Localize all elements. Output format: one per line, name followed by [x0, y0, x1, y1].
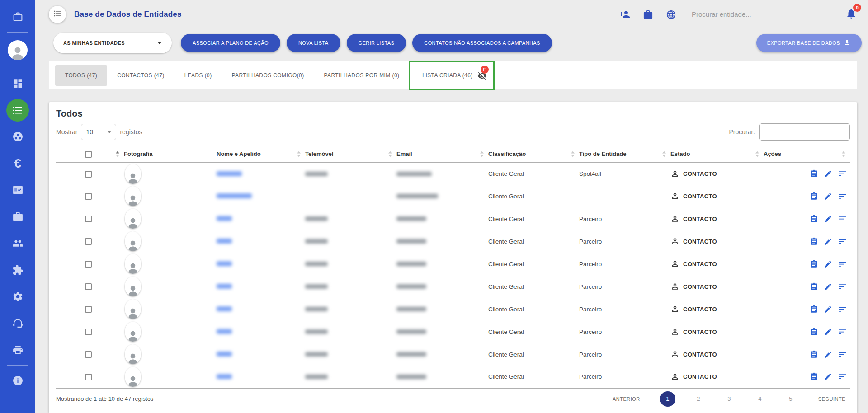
details-clipboard-icon[interactable]	[810, 237, 818, 246]
contatos-n-o-associados-a-campanhas-button[interactable]: CONTATOS NÃO ASSOCIADOS A CAMPANHAS	[412, 34, 552, 52]
col-header-nome-e-apelido[interactable]: Nome e Apelido	[217, 146, 305, 162]
tab-leads-0-[interactable]: LEADS (0)	[175, 65, 222, 86]
details-clipboard-icon[interactable]	[810, 215, 818, 223]
tab-partilhados-comigo-0-[interactable]: PARTILHADOS COMIGO(0)	[222, 65, 314, 86]
sidebar-item-group-work[interactable]	[0, 123, 35, 150]
briefcase-icon[interactable]	[643, 9, 653, 20]
redacted-name-link[interactable]	[217, 329, 232, 334]
page-size-select[interactable]: 10	[81, 124, 116, 140]
sidebar-item-briefcase[interactable]	[0, 203, 35, 230]
sort-lines-icon[interactable]	[838, 305, 847, 314]
table-search-input[interactable]	[760, 123, 850, 141]
gerir-listas-button[interactable]: GERIR LISTAS	[347, 34, 406, 52]
sidebar-item-list-active[interactable]	[0, 97, 35, 123]
sort-lines-icon[interactable]	[838, 327, 847, 337]
details-clipboard-icon[interactable]	[810, 192, 818, 201]
redacted-name-link[interactable]	[217, 171, 242, 176]
row-checkbox[interactable]	[85, 329, 92, 335]
edit-pencil-icon[interactable]	[824, 192, 832, 201]
details-clipboard-icon[interactable]	[810, 350, 818, 359]
entity-search-input[interactable]	[690, 8, 826, 21]
sort-lines-icon[interactable]	[838, 350, 847, 359]
sort-lines-icon[interactable]	[838, 237, 847, 246]
sort-lines-icon[interactable]	[838, 169, 847, 178]
row-checkbox[interactable]	[85, 283, 92, 290]
col-header-a-es[interactable]: Ações	[764, 146, 850, 162]
sort-lines-icon[interactable]	[838, 259, 847, 269]
next-page-button[interactable]: SEGUINTE	[818, 396, 845, 402]
edit-pencil-icon[interactable]	[824, 328, 832, 336]
page-button-1[interactable]: 1	[660, 391, 675, 407]
tab-todos-47-[interactable]: TODOS (47)	[55, 65, 107, 86]
redacted-name-link[interactable]	[217, 374, 232, 379]
associar-a-plano-de-a-o-button[interactable]: ASSOCIAR A PLANO DE AÇÃO	[181, 34, 280, 52]
sort-lines-icon[interactable]	[838, 372, 847, 381]
sidebar-item-euro[interactable]: €	[0, 150, 35, 177]
row-checkbox[interactable]	[85, 374, 92, 380]
nova-lista-button[interactable]: NOVA LISTA	[287, 34, 340, 52]
sort-lines-icon[interactable]	[838, 192, 847, 201]
redacted-name-link[interactable]	[217, 239, 232, 244]
edit-pencil-icon[interactable]	[824, 215, 832, 223]
sort-lines-icon[interactable]	[838, 282, 847, 291]
page-button-3[interactable]: 3	[722, 391, 737, 407]
page-button-4[interactable]: 4	[752, 391, 768, 407]
sidebar-item-user-avatar[interactable]	[0, 34, 35, 66]
redacted-name-link[interactable]	[217, 352, 232, 357]
sidebar-item-fact-check[interactable]	[0, 177, 35, 203]
edit-pencil-icon[interactable]	[824, 282, 832, 291]
export-database-button[interactable]: EXPORTAR BASE DE DADOS	[756, 34, 862, 52]
sidebar-item-print[interactable]	[0, 337, 35, 363]
col-header-email[interactable]: Email	[396, 146, 488, 162]
page-button-5[interactable]: 5	[783, 391, 798, 407]
sort-lines-icon[interactable]	[838, 214, 847, 224]
row-checkbox[interactable]	[85, 306, 92, 313]
redacted-name-link[interactable]	[217, 193, 252, 198]
details-clipboard-icon[interactable]	[810, 328, 818, 336]
details-clipboard-icon[interactable]	[810, 169, 818, 178]
entity-filter-dropdown[interactable]: AS MINHAS ENTIDADES	[53, 33, 172, 53]
col-header-tipo-de-entidade[interactable]: Tipo de Entidade	[579, 146, 670, 162]
edit-pencil-icon[interactable]	[824, 169, 832, 178]
previous-page-button[interactable]: ANTERIOR	[613, 396, 640, 402]
redacted-name-link[interactable]	[217, 216, 232, 221]
row-checkbox[interactable]	[85, 351, 92, 358]
sidebar-item-info[interactable]	[0, 367, 35, 394]
tab-contactos-47-[interactable]: CONTACTOS (47)	[107, 65, 175, 86]
sidebar-item-puzzle[interactable]	[0, 257, 35, 283]
col-header-telem-vel[interactable]: Telemóvel	[305, 146, 396, 162]
tab-lista-criada-46-[interactable]: LISTA CRIADA (46)	[412, 62, 482, 89]
details-clipboard-icon[interactable]	[810, 305, 818, 314]
col-header-classifica-o[interactable]: Classificação	[488, 146, 579, 162]
edit-pencil-icon[interactable]	[824, 237, 832, 246]
sidebar-item-headset[interactable]	[0, 310, 35, 337]
col-header-select[interactable]	[56, 146, 124, 162]
person-add-icon[interactable]	[619, 9, 630, 20]
edit-pencil-icon[interactable]	[824, 260, 832, 268]
notifications-button[interactable]: 0	[845, 8, 857, 21]
select-all-checkbox[interactable]	[85, 151, 92, 158]
edit-pencil-icon[interactable]	[824, 372, 832, 381]
globe-icon[interactable]	[666, 9, 676, 20]
details-clipboard-icon[interactable]	[810, 372, 818, 381]
row-checkbox[interactable]	[85, 261, 92, 268]
sidebar-item-groups[interactable]	[0, 230, 35, 257]
row-checkbox[interactable]	[85, 238, 92, 245]
details-clipboard-icon[interactable]	[810, 260, 818, 268]
col-header-estado[interactable]: Estado	[670, 146, 764, 162]
row-checkbox[interactable]	[85, 216, 92, 222]
sidebar-item-briefcase-outline[interactable]	[0, 4, 35, 30]
redacted-name-link[interactable]	[217, 306, 232, 311]
row-checkbox[interactable]	[85, 171, 92, 178]
tab-partilhados-por-mim-0-[interactable]: PARTILHADOS POR MIM (0)	[314, 65, 410, 86]
sidebar-item-dashboard[interactable]	[0, 70, 35, 97]
row-checkbox[interactable]	[85, 193, 92, 200]
details-clipboard-icon[interactable]	[810, 282, 818, 291]
page-button-2[interactable]: 2	[691, 391, 706, 407]
sidebar-item-settings[interactable]	[0, 283, 35, 310]
redacted-name-link[interactable]	[217, 261, 232, 266]
edit-pencil-icon[interactable]	[824, 350, 832, 359]
menu-toggle-button[interactable]	[49, 6, 66, 23]
edit-pencil-icon[interactable]	[824, 305, 832, 314]
redacted-name-link[interactable]	[217, 284, 232, 289]
